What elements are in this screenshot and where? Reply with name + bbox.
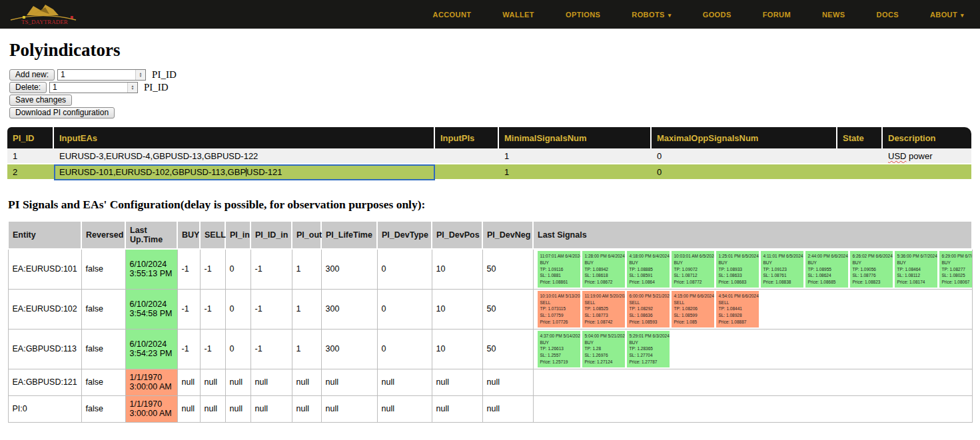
delete-button[interactable]: Delete: xyxy=(9,82,47,93)
signal-box: 5:29:01 PM 6/3/2024BUYTP: 1.28365SL: 1.2… xyxy=(627,331,670,367)
last-signals-cell: 4:37:00 PM 5/14/2024BUYTP: 1.26613SL: 1.… xyxy=(533,329,972,369)
nav-item-about[interactable]: ABOUT▾ xyxy=(930,11,964,19)
nav-item-account[interactable]: ACCOUNT xyxy=(433,11,472,19)
value-cell-pi-devneg: null xyxy=(482,369,533,395)
nav-item-wallet[interactable]: WALLET xyxy=(502,11,534,19)
nav-item-forum[interactable]: FORUM xyxy=(763,11,791,19)
entity-cell: EA:EURUSD:102 xyxy=(8,289,81,329)
signal-side: BUY xyxy=(630,339,668,346)
reversed-cell: false xyxy=(81,369,125,395)
signal-box: 4:11:01 PM 6/5/2024BUYTP: 1.09123SL: 1.0… xyxy=(761,251,803,288)
signal-time: 4:15:00 PM 6/6/2024 xyxy=(674,293,713,300)
save-changes-button[interactable]: Save changes xyxy=(9,95,72,106)
signal-side: SELL xyxy=(540,300,579,306)
nav-item-docs[interactable]: DOCS xyxy=(877,11,899,19)
signal-tp: TP: 1.08464 xyxy=(897,266,936,273)
signal-side: BUY xyxy=(585,339,624,346)
pi-table-row: 2EURUSD-101,EURUSD-102,GBPUSD-113,GBPUSD… xyxy=(7,164,971,180)
delete-pi-id-value: 1 xyxy=(53,83,57,92)
pi-cell-pi_id[interactable]: 1 xyxy=(7,148,54,164)
signal-box: 4:15:00 PM 6/6/2024SELLTP: 1.08206SL: 1.… xyxy=(672,291,714,328)
signal-tp: TP: 1.08292 xyxy=(630,306,668,312)
value-cell-pi-devtype: null xyxy=(377,369,432,395)
pi-cell-maximaloppsignalsnum[interactable]: 0 xyxy=(652,148,837,164)
value-cell-sell: -1 xyxy=(200,289,225,329)
signal-tp: TP: 1.08206 xyxy=(674,306,713,312)
signal-time: 6:00:00 PM 5/21/2024 xyxy=(630,293,668,300)
signals-table-header-entity: Entity xyxy=(8,221,81,249)
signal-time: 4:37:00 PM 5/14/2024 xyxy=(540,333,579,339)
signal-side: SELL xyxy=(630,300,668,306)
pi-cell-state[interactable] xyxy=(837,164,883,180)
signals-table-header-pi-lifetime: PI_LifeTime xyxy=(321,221,377,249)
value-cell-pi-lifetime: 300 xyxy=(321,329,377,369)
number-spinner-icon[interactable]: ▲▼ xyxy=(135,70,145,80)
signal-box: 10:03:01 AM 6/5/2024BUYTP: 1.09072SL: 1.… xyxy=(672,251,714,288)
signal-box-strip: 11:07:01 AM 6/4/2024BUYTP: 1.09116SL: 1.… xyxy=(538,251,968,288)
pi-cell-inputeas[interactable]: EURUSD-101,EURUSD-102,GBPUSD-113,GBPUSD-… xyxy=(54,164,435,180)
delete-unit-label: PI_ID xyxy=(144,82,169,93)
add-new-button[interactable]: Add new: xyxy=(9,69,55,81)
signal-time: 11:07:01 AM 6/4/2024 xyxy=(540,253,579,260)
nav-item-label: DOCS xyxy=(877,11,899,19)
nav-item-label: OPTIONS xyxy=(566,11,600,19)
signal-time: 10:10:01 AM 5/13/2024 xyxy=(540,293,579,300)
last-signals-cell: 11:07:01 AM 6/4/2024BUYTP: 1.09116SL: 1.… xyxy=(533,249,972,289)
add-new-pi-id-input[interactable]: 1 ▲▼ xyxy=(57,69,146,81)
signal-tp: TP: 1.09056 xyxy=(853,266,891,273)
signal-side: SELL xyxy=(585,300,624,306)
nav-item-label: ABOUT xyxy=(930,11,957,19)
signals-section-heading: PI Signals and EAs' Configuration(delay … xyxy=(8,198,980,212)
pi-cell-inputpis[interactable] xyxy=(435,148,499,164)
signal-price: Price: 1.27124 xyxy=(585,359,624,365)
logo[interactable]: TS_DAYTRADER xyxy=(7,2,95,27)
signal-time: 5:29:01 PM 6/3/2024 xyxy=(630,333,668,339)
pi-cell-inputeas[interactable]: EURUSD-3,EURUSD-4,GBPUSD-13,GBPUSD-122 xyxy=(54,148,435,164)
signal-time: 2:44:00 PM 6/6/2024 xyxy=(808,253,847,260)
reversed-cell: false xyxy=(81,395,125,422)
pi-cell-inputpis[interactable] xyxy=(435,164,499,180)
pi-cell-minimalsignalsnum[interactable]: 1 xyxy=(499,164,652,180)
value-cell-pi-devtype: 0 xyxy=(377,249,432,289)
signal-price: Price: 1.08593 xyxy=(630,319,668,326)
signal-price: Price: 1.08672 xyxy=(585,279,624,286)
pi-cell-minimalsignalsnum[interactable]: 1 xyxy=(499,148,652,164)
chevron-down-icon: ▾ xyxy=(668,12,672,19)
signals-table-header-last-up-time: Last Up.Time xyxy=(125,221,177,249)
nav-menu: ACCOUNTWALLETOPTIONSROBOTS▾GOODSFORUMNEW… xyxy=(433,11,964,19)
pi-cell-pi_id[interactable]: 2 xyxy=(7,164,54,180)
add-new-pi-id-value: 1 xyxy=(61,70,65,79)
signal-price: Price: 1.08861 xyxy=(540,279,579,286)
nav-item-goods[interactable]: GOODS xyxy=(703,11,732,19)
signal-tp: TP: 1.28 xyxy=(585,345,624,352)
entity-cell: EA:EURUSD:101 xyxy=(8,249,81,289)
signal-time: 1:25:01 PM 6/5/2024 xyxy=(719,253,757,260)
pi-cell-maximaloppsignalsnum[interactable]: 0 xyxy=(652,164,837,180)
delete-pi-id-input[interactable]: 1 ▲▼ xyxy=(49,82,138,93)
value-cell-pi-lifetime: null xyxy=(321,395,377,422)
nav-item-label: ROBOTS xyxy=(632,11,664,19)
signal-tp: TP: 1.08277 xyxy=(942,266,973,273)
signal-tp: TP: 1.08933 xyxy=(719,266,757,273)
number-spinner-icon[interactable]: ▲▼ xyxy=(127,83,137,93)
delete-row: Delete: 1 ▲▼ PI_ID xyxy=(9,81,980,93)
download-pi-configuration-button[interactable]: Download PI configuration xyxy=(9,107,115,118)
nav-item-news[interactable]: NEWS xyxy=(822,11,845,19)
value-cell-pi-out: 1 xyxy=(292,329,321,369)
value-cell-pi-lifetime: 300 xyxy=(321,289,377,329)
nav-item-options[interactable]: OPTIONS xyxy=(566,11,600,19)
signal-side: BUY xyxy=(808,260,847,266)
value-cell-buy: -1 xyxy=(177,249,200,289)
signal-sl: SL: 1.08928 xyxy=(719,312,757,319)
value-cell-buy: -1 xyxy=(177,289,200,329)
pi-cell-description[interactable] xyxy=(883,164,971,180)
signals-table-header-last-signals: Last Signals xyxy=(533,221,972,249)
download-row: Download PI configuration xyxy=(9,107,980,118)
nav-item-label: WALLET xyxy=(502,11,534,19)
pi-cell-description[interactable]: USD power xyxy=(883,148,971,164)
pi-table-header-pi_id: PI_ID xyxy=(7,127,54,148)
pi-table-header-description: Description xyxy=(883,127,971,148)
signal-price: Price: 1.0864 xyxy=(630,279,668,286)
pi-cell-state[interactable] xyxy=(837,148,883,164)
nav-item-robots[interactable]: ROBOTS▾ xyxy=(632,11,671,19)
